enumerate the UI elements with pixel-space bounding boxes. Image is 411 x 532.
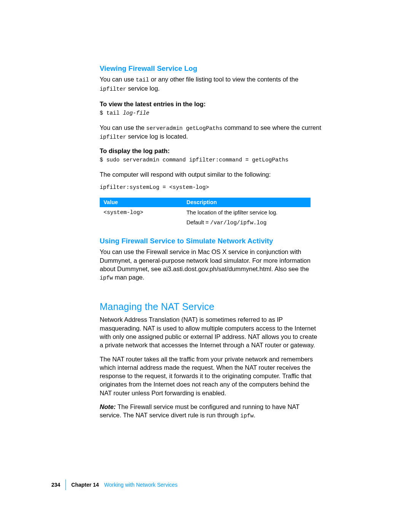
- code-arg: log-file: [123, 110, 150, 116]
- chapter-title: Working with Network Services: [104, 481, 178, 489]
- code-block: $ sudo serveradmin command ipfilter:comm…: [100, 157, 322, 164]
- text: The Firewall service must be configured …: [100, 403, 299, 419]
- code-block: ipfilter:systemLog = <system-log>: [100, 184, 322, 192]
- code-block: $ tail log-file: [100, 110, 322, 117]
- chapter-label: Chapter 14: [71, 481, 99, 489]
- text: You can use the Firewall service in Mac …: [100, 248, 311, 272]
- text: Default =: [186, 219, 210, 225]
- paragraph: You can use the Firewall service in Mac …: [100, 248, 322, 282]
- paragraph: Network Address Translation (NAT) is som…: [100, 315, 322, 349]
- note-label: Note:: [100, 403, 118, 410]
- table-header-description: Description: [183, 198, 311, 208]
- page-number: 234: [51, 481, 60, 489]
- inline-code: ipfilter: [100, 134, 126, 140]
- paragraph: The computer will respond with output si…: [100, 170, 322, 179]
- inline-code: ipfw: [100, 275, 113, 281]
- text: service log is located.: [126, 133, 188, 140]
- table-cell-value: <system-log>: [100, 207, 183, 217]
- table-header-value: Value: [100, 198, 183, 208]
- inline-code: tail: [136, 77, 149, 83]
- table-row: Default = /var/log/ipfw.log: [100, 217, 311, 230]
- table-row: <system-log> The location of the ipfilte…: [100, 207, 311, 217]
- text: man page.: [113, 274, 145, 281]
- text: You can use the: [100, 124, 146, 131]
- page-footer: 234 Chapter 14 Working with Network Serv…: [51, 479, 177, 490]
- table-cell-description: Default = /var/log/ipfw.log: [183, 217, 311, 230]
- subheading-display-log-path: To display the log path:: [100, 147, 322, 155]
- heading-viewing-firewall-log: Viewing Firewall Service Log: [100, 64, 322, 73]
- text: .: [253, 412, 255, 419]
- code-text: $ tail: [100, 110, 123, 116]
- page: Viewing Firewall Service Log You can use…: [0, 0, 411, 532]
- inline-code: ipfilter: [100, 86, 126, 92]
- paragraph: You can use tail or any other file listi…: [100, 75, 322, 93]
- text: or any other file listing tool to view t…: [149, 76, 299, 83]
- text: service log.: [126, 85, 160, 92]
- paragraph: The NAT router takes all the traffic fro…: [100, 355, 322, 397]
- inline-code: /var/log/ipfw.log: [210, 220, 266, 226]
- paragraph: You can use the serveradmin getLogPaths …: [100, 123, 322, 141]
- heading-using-firewall-simulate: Using Firewall Service to Simulate Netwo…: [100, 236, 322, 246]
- inline-code: serveradmin getLogPaths: [146, 125, 222, 131]
- table-cell-description: The location of the ipfilter service log…: [183, 207, 311, 217]
- note-paragraph: Note: The Firewall service must be confi…: [100, 403, 322, 420]
- value-description-table: Value Description <system-log> The locat…: [100, 198, 311, 230]
- text: You can use: [100, 76, 136, 83]
- table-cell-empty: [100, 217, 183, 230]
- subheading-view-latest-entries: To view the latest entries in the log:: [100, 100, 322, 108]
- text: command to see where the current: [222, 124, 321, 131]
- inline-code: ipfw: [241, 413, 254, 419]
- footer-divider: [65, 479, 66, 490]
- heading-managing-nat-service: Managing the NAT Service: [100, 300, 322, 313]
- table-header-row: Value Description: [100, 198, 311, 208]
